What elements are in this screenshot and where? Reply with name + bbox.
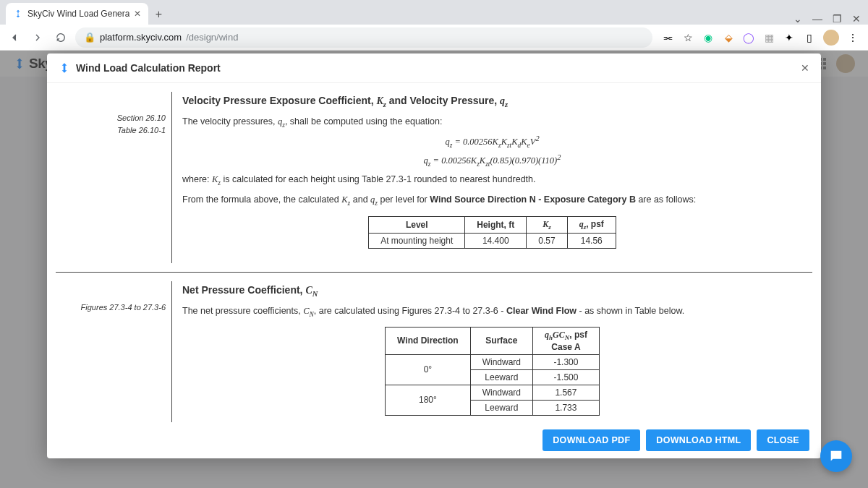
- chevron-down-icon[interactable]: ⌄: [793, 13, 802, 25]
- share-icon[interactable]: ⫘: [661, 31, 674, 44]
- modal-title: Wind Load Calculation Report: [76, 62, 221, 74]
- cn-table: Wind Direction Surface qhGCN, psfCase A …: [385, 327, 600, 415]
- download-pdf-button[interactable]: DOWNLOAD PDF: [542, 429, 640, 451]
- th-qhgcn: qhGCN, psfCase A: [533, 328, 600, 354]
- report-body[interactable]: Section 26.10 Table 26.10-1 Velocity Pre…: [47, 83, 821, 422]
- profile-avatar-icon[interactable]: [823, 30, 839, 46]
- download-html-button[interactable]: DOWNLOAD HTML: [646, 429, 751, 451]
- section-ref: Figures 27.3-4 to 27.3-6: [56, 301, 166, 314]
- close-window-icon[interactable]: ✕: [852, 13, 861, 25]
- intercom-chat-button[interactable]: [820, 440, 852, 472]
- kebab-menu-icon[interactable]: ⋮: [846, 31, 859, 44]
- th-height: Height, ft: [465, 216, 527, 233]
- th-wind-dir: Wind Direction: [386, 328, 471, 354]
- intro-text: The velocity pressures, qz, shall be com…: [182, 114, 802, 131]
- section-ref: Table 26.10-1: [56, 124, 166, 137]
- th-surface: Surface: [470, 328, 532, 354]
- section-net-pressure: Figures 27.3-4 to 27.3-6 Net Pressure Co…: [56, 273, 812, 422]
- from-text: From the formula above, the calculated K…: [182, 192, 802, 209]
- ext1-icon[interactable]: ◉: [702, 31, 715, 44]
- ext2-icon[interactable]: ⬙: [722, 31, 735, 44]
- kz-table: Level Height, ft Kz qz, psf At mounting …: [368, 216, 616, 249]
- address-bar[interactable]: 🔒 platform.skyciv.com/design/wind: [75, 27, 652, 48]
- table-row: 180° Windward 1.567: [386, 385, 600, 400]
- modal-overlay: Wind Load Calculation Report ✕ Section 2…: [0, 51, 868, 488]
- equation: qz = 0.00256KzKztKdKeV2: [182, 134, 802, 149]
- browser-tab[interactable]: SkyCiv Wind Load Genera ✕: [6, 3, 148, 25]
- section-heading: Velocity Pressure Exposure Coefficient, …: [182, 92, 802, 108]
- chat-icon: [828, 448, 844, 464]
- reload-button[interactable]: [52, 29, 69, 46]
- equation: qz = 0.00256KzKzt(0.85)(0.970)(110)2: [182, 153, 802, 168]
- extensions-icon[interactable]: ✦: [783, 31, 796, 44]
- ext4-icon[interactable]: ▦: [762, 31, 775, 44]
- where-text: where: Kz is calculated for each height …: [182, 172, 802, 189]
- section-heading: Net Pressure Coefficient, CN: [182, 281, 802, 298]
- lock-icon: 🔒: [84, 32, 95, 43]
- url-path: /design/wind: [186, 32, 238, 43]
- section-velocity-pressure: Section 26.10 Table 26.10-1 Velocity Pre…: [56, 83, 812, 273]
- modal-close-icon[interactable]: ✕: [801, 62, 809, 74]
- browser-tabbar: SkyCiv Wind Load Genera ✕ + ⌄ — ❐ ✕: [0, 0, 868, 25]
- restore-icon[interactable]: ❐: [833, 13, 842, 25]
- back-button[interactable]: [6, 29, 23, 46]
- th-level: Level: [369, 216, 465, 233]
- star-icon[interactable]: ☆: [681, 31, 694, 44]
- ext3-icon[interactable]: ◯: [742, 31, 755, 44]
- table-row: At mounting height 14.400 0.57 14.56: [369, 234, 616, 249]
- close-tab-icon[interactable]: ✕: [134, 9, 141, 19]
- table-row: 0° Windward -1.300: [386, 354, 600, 369]
- minimize-icon[interactable]: —: [812, 13, 822, 25]
- tab-title: SkyCiv Wind Load Genera: [27, 9, 129, 19]
- new-tab-button[interactable]: +: [148, 4, 169, 25]
- section-ref: Section 26.10: [56, 112, 166, 124]
- url-host: platform.skyciv.com: [100, 32, 182, 43]
- close-button[interactable]: CLOSE: [757, 429, 809, 451]
- reader-icon[interactable]: ▯: [803, 31, 816, 44]
- browser-toolbar: 🔒 platform.skyciv.com/design/wind ⫘ ☆ ◉ …: [0, 25, 868, 51]
- report-modal: Wind Load Calculation Report ✕ Section 2…: [47, 53, 821, 458]
- th-qz: qz, psf: [567, 216, 616, 233]
- intro-text: The net pressure coefficients, CN, are c…: [182, 304, 802, 320]
- logo-icon: [59, 62, 70, 74]
- favicon-icon: [13, 9, 23, 19]
- th-kz: Kz: [527, 216, 567, 233]
- forward-button[interactable]: [29, 29, 46, 46]
